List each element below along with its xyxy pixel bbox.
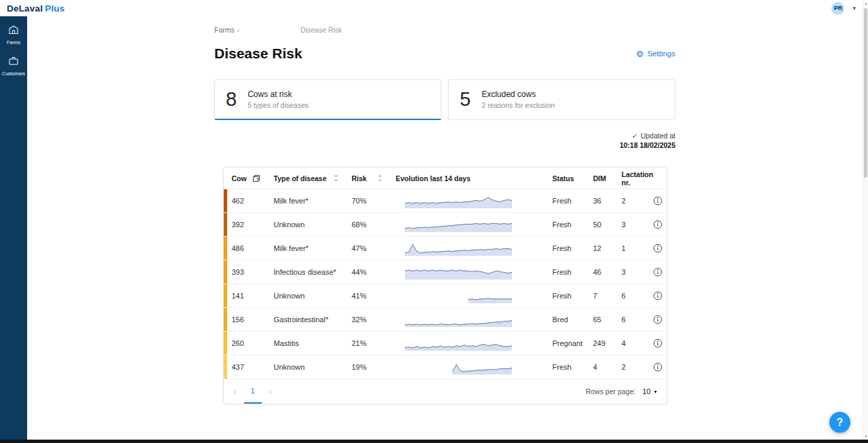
column-header-evolution: Evolution last 14 days xyxy=(396,174,471,182)
column-header-risk: Risk xyxy=(352,174,367,182)
profile-chevron-down-icon[interactable]: ▾ xyxy=(852,5,856,12)
cell-disease: Unknown xyxy=(269,292,347,300)
page-title: Disease Risk xyxy=(214,45,302,62)
cell-lactation: 6 xyxy=(616,315,648,324)
sort-icon[interactable] xyxy=(334,174,338,182)
info-icon[interactable] xyxy=(653,362,663,372)
row-risk-color-bar xyxy=(224,213,227,236)
cell-dim: 4 xyxy=(589,363,616,371)
sidebar-item-customers[interactable]: Customers xyxy=(2,56,25,76)
rows-per-page-select[interactable]: 10 ▾ xyxy=(642,387,656,396)
cell-cow: 392 xyxy=(228,220,269,229)
card-excluded-cows[interactable]: 5 Excluded cows 2 reasons for exclusion xyxy=(448,79,675,120)
table-row[interactable]: 260 Mastitis 21% Pregnant 249 4 xyxy=(224,332,667,355)
help-button[interactable]: ? xyxy=(829,412,850,433)
brand-logo[interactable]: DeLavalPlus xyxy=(7,3,65,14)
row-risk-color-bar xyxy=(224,284,227,307)
cell-dim: 36 xyxy=(589,197,616,205)
cell-status: Bred xyxy=(550,315,589,324)
farms-icon xyxy=(8,24,19,38)
cell-cow: 486 xyxy=(228,244,269,252)
table-row[interactable]: 141 Unknown 41% Fresh 7 6 xyxy=(224,284,667,308)
cell-lactation: 2 xyxy=(616,363,648,371)
cell-risk: 68% xyxy=(347,220,391,229)
scroll-up-icon[interactable]: ▲ xyxy=(863,1,868,5)
row-risk-color-bar xyxy=(224,355,227,379)
table-row[interactable]: 392 Unknown 68% Fresh 50 3 xyxy=(224,213,667,237)
sidebar-item-label: Customers xyxy=(2,71,25,76)
card-cows-at-risk[interactable]: 8 Cows at risk 5 types of diseases xyxy=(214,79,441,120)
customers-icon xyxy=(8,56,19,69)
table-header: Cow Type of disease Risk xyxy=(224,168,667,189)
settings-button[interactable]: ⚙ Settings xyxy=(636,50,675,58)
cell-risk: 41% xyxy=(347,292,391,300)
scrollbar-thumb[interactable] xyxy=(864,8,867,178)
cell-lactation: 6 xyxy=(616,292,648,300)
cell-risk: 44% xyxy=(347,268,391,276)
cell-dim: 65 xyxy=(589,315,616,324)
cell-lactation: 4 xyxy=(616,339,648,347)
info-icon[interactable] xyxy=(653,267,663,277)
cell-cow: 141 xyxy=(228,292,269,300)
table-row[interactable]: 437 Unknown 19% Fresh 4 2 xyxy=(224,355,667,379)
cell-lactation: 3 xyxy=(616,220,648,229)
main-content: Farms › Disease Risk Disease Risk ⚙ Sett… xyxy=(27,16,863,440)
cell-cow: 462 xyxy=(228,197,269,205)
info-icon[interactable] xyxy=(653,339,663,348)
cell-status: Fresh xyxy=(550,268,589,276)
summary-cards: 8 Cows at risk 5 types of diseases 5 Exc… xyxy=(214,79,675,120)
brand-logo-bold: DeLaval xyxy=(7,3,43,14)
bottom-strip xyxy=(0,440,868,443)
row-risk-color-bar xyxy=(224,332,227,355)
info-icon[interactable] xyxy=(653,291,663,301)
column-header-lactation: Lactation nr. xyxy=(622,170,654,187)
info-icon[interactable] xyxy=(653,315,663,324)
scrollbar[interactable]: ▲ ▼ xyxy=(863,0,868,440)
cell-disease: Unknown xyxy=(269,220,347,229)
column-header-disease: Type of disease xyxy=(274,174,327,182)
cell-dim: 50 xyxy=(589,220,616,229)
cell-disease: Mastitis xyxy=(269,339,347,347)
cell-dim: 7 xyxy=(589,292,616,300)
cell-lactation: 2 xyxy=(616,197,648,205)
copy-icon[interactable] xyxy=(252,174,260,182)
cell-disease: Infectious disease* xyxy=(269,268,347,276)
updated-timestamp: 10:18 18/02/2025 xyxy=(214,141,675,149)
prev-page-icon[interactable]: ‹ xyxy=(226,386,244,397)
cell-lactation: 1 xyxy=(616,244,648,252)
info-icon[interactable] xyxy=(653,196,663,206)
chevron-right-icon: › xyxy=(237,26,239,34)
sidebar-item-farms[interactable]: Farms xyxy=(7,24,20,45)
sparkline-chart xyxy=(404,216,513,233)
page-number-button[interactable]: 1 xyxy=(244,379,262,404)
cell-cow: 156 xyxy=(228,315,269,324)
sidebar-item-label: Farms xyxy=(7,40,20,45)
cell-status: Fresh xyxy=(550,244,589,252)
sparkline-chart xyxy=(404,192,513,210)
caret-down-icon: ▾ xyxy=(654,389,656,395)
card-title: Cows at risk xyxy=(248,90,309,99)
table-row[interactable]: 462 Milk fever* 70% Fresh 36 2 xyxy=(224,189,667,213)
sort-icon[interactable] xyxy=(378,174,382,182)
sparkline-chart xyxy=(404,311,513,328)
cell-dim: 46 xyxy=(589,268,616,276)
cell-cow: 393 xyxy=(228,268,269,276)
card-value: 5 xyxy=(460,89,471,109)
card-subtitle: 5 types of diseases xyxy=(248,101,309,109)
breadcrumb-item-farms[interactable]: Farms xyxy=(214,26,235,34)
cell-status: Fresh xyxy=(550,292,589,300)
top-bar: DeLavalPlus PR ▾ xyxy=(0,0,868,16)
next-page-icon[interactable]: › xyxy=(262,386,279,397)
cell-cow: 260 xyxy=(228,339,269,347)
table-row[interactable]: 156 Gastrointestinal* 32% Bred 65 6 xyxy=(224,308,667,332)
table-row[interactable]: 393 Infectious disease* 44% Fresh 46 3 xyxy=(224,261,667,284)
info-icon[interactable] xyxy=(653,244,663,253)
avatar[interactable]: PR xyxy=(831,2,844,15)
info-icon[interactable] xyxy=(653,220,663,229)
scroll-down-icon[interactable]: ▼ xyxy=(863,434,868,438)
cell-disease: Milk fever* xyxy=(269,244,347,252)
settings-label: Settings xyxy=(647,50,675,58)
table-row[interactable]: 486 Milk fever* 47% Fresh 12 1 xyxy=(224,237,667,261)
row-risk-color-bar xyxy=(224,189,227,212)
cell-status: Pregnant xyxy=(550,339,589,347)
